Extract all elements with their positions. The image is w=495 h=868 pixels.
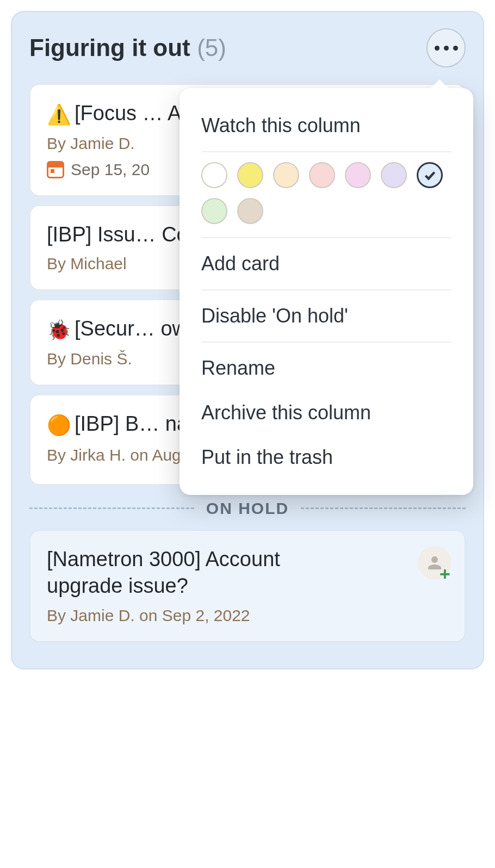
color-swatch-rose[interactable] xyxy=(345,162,371,188)
plus-icon: + xyxy=(440,568,454,582)
color-swatch-tan[interactable] xyxy=(237,198,263,224)
card-date: Sep 15, 20 xyxy=(71,160,150,179)
column-header: Figuring it out (5) xyxy=(29,28,466,67)
menu-separator xyxy=(201,289,451,290)
kanban-column: Figuring it out (5) ⚠️[Focus … Assigning… xyxy=(11,11,484,669)
menu-separator xyxy=(201,342,451,343)
color-swatch-white[interactable] xyxy=(201,162,227,188)
more-icon xyxy=(435,46,440,51)
divider-line xyxy=(301,507,466,509)
menu-separator xyxy=(201,237,451,238)
bug-icon: 🐞 xyxy=(47,319,71,341)
column-title: Figuring it out xyxy=(29,34,190,61)
menu-rename[interactable]: Rename xyxy=(180,346,473,390)
color-picker-row xyxy=(180,156,473,234)
color-swatch-violet[interactable] xyxy=(381,162,407,188)
divider-line xyxy=(29,507,194,509)
menu-archive-column[interactable]: Archive this column xyxy=(180,390,473,435)
more-icon xyxy=(453,46,458,51)
column-menu-popover: Watch this column Add card Disable 'On h… xyxy=(180,88,473,495)
color-swatch-yellow[interactable] xyxy=(237,162,263,188)
menu-watch-column[interactable]: Watch this column xyxy=(180,103,473,148)
card-on-hold[interactable]: + [Nametron 3000] Account upgrade issue?… xyxy=(29,530,466,642)
check-icon xyxy=(423,168,437,182)
card-byline: By Jamie D. on Sep 2, 2022 xyxy=(47,606,448,625)
color-swatch-green[interactable] xyxy=(201,198,227,224)
calendar-icon xyxy=(47,161,64,178)
more-icon xyxy=(444,46,449,51)
menu-add-card[interactable]: Add card xyxy=(180,241,473,286)
menu-put-in-trash[interactable]: Put in the trash xyxy=(180,435,473,480)
column-title-wrap: Figuring it out (5) xyxy=(29,34,226,61)
card-title: [Nametron 3000] Account upgrade issue? xyxy=(47,546,351,600)
column-more-button[interactable] xyxy=(426,28,466,67)
warning-icon: ⚠️ xyxy=(47,103,71,126)
assignee-avatar[interactable]: + xyxy=(418,546,451,580)
column-count: (5) xyxy=(197,34,226,61)
on-hold-divider: ON HOLD xyxy=(29,499,466,518)
color-swatch-pink[interactable] xyxy=(309,162,335,188)
menu-separator xyxy=(201,151,451,152)
orange-circle-icon: 🟠 xyxy=(47,414,71,436)
menu-disable-on-hold[interactable]: Disable 'On hold' xyxy=(180,294,473,338)
on-hold-label: ON HOLD xyxy=(194,499,301,518)
color-swatch-blue[interactable] xyxy=(417,162,443,188)
color-swatch-cream[interactable] xyxy=(273,162,299,188)
